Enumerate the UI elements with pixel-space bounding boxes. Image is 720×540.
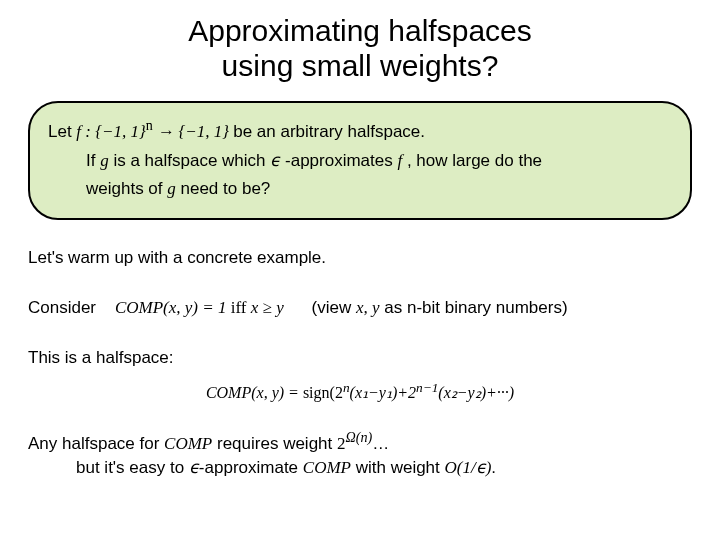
math-f-domain-base: f : {−1, 1} [76,122,145,141]
math-exp-n: n [343,380,350,395]
math-g-2: g [167,179,176,198]
closing-block: Any halfspace for COMP requires weight 2… [28,428,692,479]
text-period: . [491,458,496,477]
text-approximate: -approximate [199,458,303,477]
text-how-large: , how large do the [407,151,542,170]
math-g: g [100,151,109,170]
math-two-omega-n: 2Ω(n) [337,434,372,453]
math-arrow-codomain: → {−1, 1} [153,122,229,141]
question-line-1: Let f : {−1, 1}n → {−1, 1} be an arbitra… [48,113,672,147]
math-comp-1: COMP [164,434,212,453]
text-be-halfspace: be an arbitrary halfspace. [233,122,425,141]
text-view: (view [312,298,356,317]
this-is-halfspace: This is a halfspace: [28,346,692,370]
math-comp-2: COMP [303,458,351,477]
math-f: f [397,151,402,170]
text-requires-weight: requires weight [217,434,337,453]
math-sup-n: n [146,117,153,133]
warmup-text: Let's warm up with a concrete example. [28,246,692,270]
text-let: Let [48,122,76,141]
text-with-weight: with weight [356,458,445,477]
slide-title: Approximating halfspaces using small wei… [28,14,692,83]
comp-equation: COMP(x, y) = sign(2n(x₁−y₁)+2n−1(x₂−y₂)+… [28,380,692,402]
math-exp-omega-n: Ω(n) [346,429,373,445]
math-comp-eq-1: COMP(x, y) = 1 [115,298,227,317]
math-term-1: (x₁−y₁)+2 [350,384,416,401]
question-line-3: weights of g need to be? [48,175,672,204]
math-comp-lhs: COMP(x, y) = [206,384,303,401]
text-if: If [86,151,100,170]
text-consider: Consider [28,298,96,317]
math-epsilon-2: ϵ [189,458,199,477]
math-comp-def: COMP(x, y) = 1 iff x ≥ y [115,298,288,317]
math-exp-nm1: n−1 [416,380,438,395]
math-xy: x, y [356,298,380,317]
text-need-to-be: need to be? [181,179,271,198]
text-as-bits: as n-bit binary numbers) [380,298,568,317]
math-f-domain: f : {−1, 1}n → {−1, 1} [76,122,233,141]
text-iff: iff [227,298,251,317]
slide: Approximating halfspaces using small wei… [0,0,720,499]
math-xgey: x ≥ y [251,298,284,317]
text-ellipsis: … [372,434,389,453]
math-sign: sign(2 [303,384,343,401]
question-box: Let f : {−1, 1}n → {−1, 1} be an arbitra… [28,101,692,220]
math-base-2: 2 [337,434,346,453]
text-but-easy: but it's easy to [76,458,189,477]
title-line-1: Approximating halfspaces [188,14,532,47]
math-term-2: (x₂−y₂)+···) [438,384,514,401]
consider-line: Consider COMP(x, y) = 1 iff x ≥ y (view … [28,296,692,320]
question-line-2: If g is a halfspace which ϵ -approximate… [48,147,672,176]
text-is-halfspace: is a halfspace which [113,151,270,170]
text-any-halfspace: Any halfspace for [28,434,164,453]
closing-line-2: but it's easy to ϵ-approximate COMP with… [28,456,692,480]
title-line-2: using small weights? [222,49,499,82]
text-weights-of: weights of [86,179,167,198]
math-epsilon: ϵ [270,151,280,170]
text-approximates: -approximates [285,151,397,170]
closing-line-1: Any halfspace for COMP requires weight 2… [28,428,692,455]
math-big-o: O(1/ϵ) [445,458,492,477]
